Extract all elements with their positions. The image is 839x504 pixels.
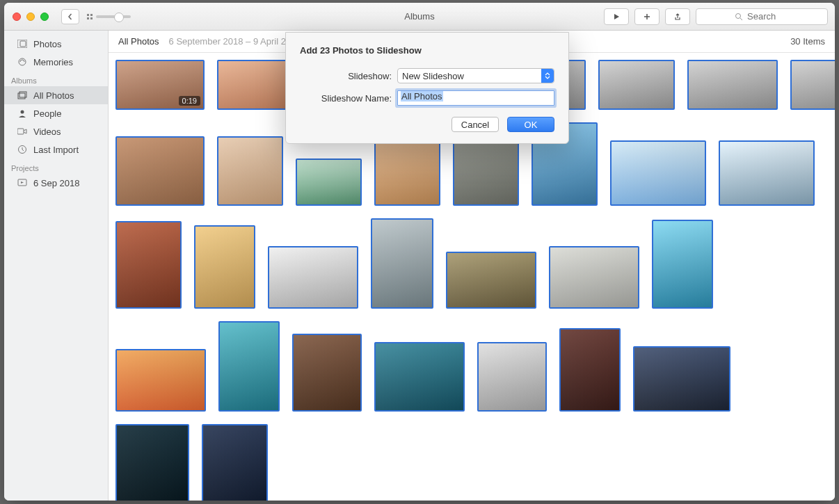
slideshow-name-value: All Photos [401,91,443,101]
photo-thumbnail[interactable] [559,328,621,412]
sidebar-item-all-photos[interactable]: All Photos [4,86,108,104]
cancel-button[interactable]: Cancel [452,117,499,132]
slideshow-select-value: New Slideshow [402,71,464,81]
sidebar-item-people[interactable]: People [4,104,108,122]
sidebar-label: Last Import [33,145,79,155]
svg-point-10 [21,111,24,114]
slideshow-select-label: Slideshow: [300,71,392,81]
back-button[interactable] [61,9,79,24]
window-controls [13,13,49,21]
search-input[interactable] [747,11,789,22]
photo-thumbnail[interactable] [115,136,205,206]
sidebar-label: People [33,108,61,119]
photos-icon [17,38,28,49]
sidebar-label: Photos [33,39,61,49]
photo-thumbnail[interactable] [218,321,280,412]
sidebar-header-projects: Projects [4,158,108,174]
content-title: All Photos [118,36,159,47]
photo-thumbnail[interactable] [202,424,268,501]
stack-icon [17,90,28,101]
photo-thumbnail[interactable] [598,60,675,110]
photo-thumbnail[interactable] [268,246,358,309]
slideshow-icon [17,177,28,188]
zoom-slider[interactable] [96,15,131,18]
items-count: 30 Items [790,36,825,47]
slideshow-name-label: Slideshow Name: [300,93,392,104]
photo-thumbnail[interactable] [115,424,189,501]
slideshow-name-input[interactable]: All Photos [397,90,554,106]
sidebar-label: 6 Sep 2018 [33,178,80,188]
search-field[interactable] [696,8,828,25]
sidebar-header-albums: Albums [4,71,108,86]
dialog-title: Add 23 Photos to Slideshow [300,45,554,56]
add-to-slideshow-dialog: Add 23 Photos to Slideshow Slideshow: Ne… [285,32,569,144]
play-slideshow-button[interactable] [604,8,629,25]
memories-icon [17,56,28,67]
add-button[interactable] [634,8,660,25]
app-window: Albums Photos Memories [4,3,835,501]
photo-thumbnail[interactable] [477,342,547,412]
sidebar: Photos Memories Albums All Photos People… [4,31,109,501]
minimize-window[interactable] [26,13,35,21]
play-icon [613,13,620,20]
person-icon [17,108,28,119]
sidebar-item-last-import[interactable]: Last Import [4,140,108,158]
duration-badge: 0:19 [179,96,200,106]
plus-icon [643,13,651,21]
slideshow-select[interactable]: New Slideshow [397,68,554,83]
sidebar-item-memories[interactable]: Memories [4,53,108,71]
svg-point-4 [736,13,741,18]
titlebar: Albums [4,3,835,31]
svg-rect-1 [90,14,93,16]
sidebar-label: Videos [33,127,61,137]
svg-rect-6 [20,41,26,47]
ok-button[interactable]: OK [507,117,554,132]
photo-thumbnail[interactable] [652,220,713,309]
photo-thumbnail[interactable] [790,60,835,110]
photo-thumbnail[interactable] [217,136,283,206]
thumbnail-size-control[interactable] [86,13,131,20]
close-window[interactable] [13,13,21,21]
search-icon [735,13,743,21]
svg-rect-0 [87,14,89,16]
sidebar-item-videos[interactable]: Videos [4,122,108,140]
photo-thumbnail[interactable] [549,246,639,309]
sidebar-label: All Photos [33,90,74,101]
sidebar-item-photos[interactable]: Photos [4,35,108,53]
sidebar-label: Memories [33,57,73,67]
photo-thumbnail[interactable] [296,158,362,206]
photo-thumbnail[interactable] [610,140,706,206]
svg-rect-11 [17,129,24,134]
photo-thumbnail[interactable] [371,218,433,309]
photo-thumbnail[interactable] [115,349,206,412]
photo-thumbnail[interactable] [292,334,362,412]
photo-thumbnail[interactable]: 0:19 [115,60,205,110]
photo-thumbnail[interactable] [446,252,536,309]
photo-thumbnail[interactable] [374,136,440,206]
zoom-window[interactable] [40,13,49,21]
svg-rect-3 [90,17,93,19]
share-button[interactable] [665,8,690,25]
video-icon [17,126,28,137]
photo-thumbnail[interactable] [374,342,465,412]
share-icon [673,13,682,21]
photo-thumbnail[interactable] [719,140,815,206]
chevron-updown-icon [541,69,554,83]
photo-thumbnail[interactable] [115,221,182,309]
photo-thumbnail[interactable] [217,60,292,110]
svg-rect-2 [87,17,89,19]
photo-thumbnail[interactable] [687,60,778,110]
photo-thumbnail[interactable] [633,346,730,412]
grid-small-icon [86,13,93,20]
content-date-range: 6 September 2018 – 9 April 2019 [169,36,301,47]
photo-thumbnail[interactable] [194,225,255,309]
clock-icon [17,144,28,155]
sidebar-item-project-0[interactable]: 6 Sep 2018 [4,174,108,192]
